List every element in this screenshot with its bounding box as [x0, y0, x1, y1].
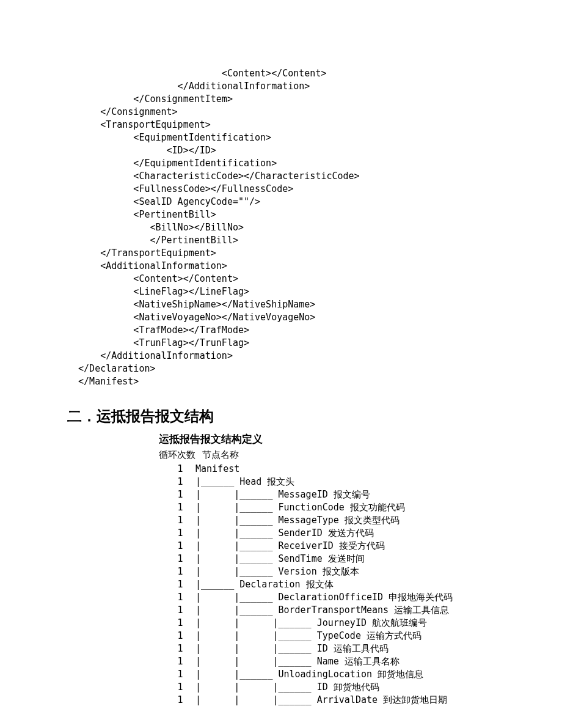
tree-row-node: |______ Declaration 报文体	[195, 579, 334, 590]
tree-row-node: | | |______ ID 卸货地代码	[195, 682, 379, 693]
tree-header-left: 循环次数	[159, 450, 195, 460]
tree-header-right: 节点名称	[202, 450, 239, 460]
tree-row-node: | | |______ ID 运输工具代码	[195, 643, 389, 654]
tree-row: 1Manifest	[165, 463, 495, 476]
tree-row-node: | |______ SenderID 发送方代码	[195, 528, 374, 539]
tree-row: 1| |______ DeclarationOfficeID 申报地海关代码	[165, 591, 495, 604]
tree-row: 1| |______ MessageID 报文编号	[165, 488, 495, 501]
tree-row-node: | |______ UnloadingLocation 卸货地信息	[195, 669, 423, 680]
tree-row: 1| | |______ ID 卸货地代码	[165, 681, 495, 694]
tree-row-node: | | |______ TypeCode 运输方式代码	[195, 630, 422, 641]
tree-row-count: 1	[165, 565, 195, 578]
tree-row-count: 1	[165, 668, 195, 681]
tree-row-node: | | |______ Name 运输工具名称	[195, 656, 400, 667]
tree-row-count: 1	[165, 591, 195, 604]
tree-row: 1| | |______ ArrivalDate 到达卸货地日期	[165, 694, 495, 707]
tree-row-count: 1	[165, 617, 195, 630]
tree-row-count: 1	[165, 553, 195, 565]
tree-row-node: | |______ Version 报文版本	[195, 566, 359, 577]
tree-row-count: 1	[165, 527, 195, 540]
section-title: 二．运抵报告报文结构	[67, 406, 495, 426]
tree-row: 1|______ Head 报文头	[165, 476, 495, 488]
tree-row-count: 1	[165, 488, 195, 501]
tree-row-count: 1	[165, 476, 195, 488]
tree-structure: 1Manifest1|______ Head 报文头1| |______ Mes…	[165, 463, 495, 707]
tree-row: 1| |______ BorderTransportMeans 运输工具信息	[165, 604, 495, 617]
tree-row-count: 1	[165, 501, 195, 514]
tree-row-node: | |______ MessageID 报文编号	[195, 489, 370, 500]
tree-row-node: | |______ FunctionCode 报文功能代码	[195, 502, 405, 513]
tree-header: 循环次数 节点名称	[159, 449, 495, 461]
tree-row-count: 1	[165, 630, 195, 642]
tree-row-count: 1	[165, 604, 195, 617]
tree-row-count: 1	[165, 463, 195, 476]
tree-row: 1| | |______ JourneyID 航次航班编号	[165, 617, 495, 630]
tree-row: 1| |______ SenderID 发送方代码	[165, 527, 495, 540]
tree-row: 1| |______ Version 报文版本	[165, 565, 495, 578]
sub-title: 运抵报告报文结构定义	[159, 432, 495, 446]
tree-row-node: | |______ SendTime 发送时间	[195, 553, 365, 564]
tree-row: 1| |______ UnloadingLocation 卸货地信息	[165, 668, 495, 681]
tree-row-node: | | |______ ArrivalDate 到达卸货地日期	[195, 694, 447, 705]
tree-row: 1| |______ FunctionCode 报文功能代码	[165, 501, 495, 514]
tree-row-count: 1	[165, 655, 195, 668]
tree-row-count: 1	[165, 540, 195, 553]
tree-row-node: |______ Head 报文头	[195, 476, 294, 487]
tree-row: 1|______ Declaration 报文体	[165, 578, 495, 591]
tree-row-node: | |______ ReceiverID 接受方代码	[195, 540, 385, 551]
tree-row-count: 1	[165, 642, 195, 655]
tree-row: 1| |______ MessageType 报文类型代码	[165, 514, 495, 527]
tree-row-count: 1	[165, 578, 195, 591]
tree-row-node: | |______ DeclarationOfficeID 申报地海关代码	[195, 592, 453, 603]
tree-row-node: | |______ BorderTransportMeans 运输工具信息	[195, 605, 449, 616]
tree-row: 1| |______ SendTime 发送时间	[165, 553, 495, 565]
tree-row-node: | |______ MessageType 报文类型代码	[195, 515, 400, 526]
tree-row-node: Manifest	[195, 463, 239, 474]
tree-row-count: 1	[165, 694, 195, 707]
tree-row: 1| | |______ TypeCode 运输方式代码	[165, 630, 495, 642]
tree-row: 1| | |______ ID 运输工具代码	[165, 642, 495, 655]
xml-code-block: <Content></Content> </AdditionalInformat…	[67, 67, 495, 388]
tree-row-count: 1	[165, 514, 195, 527]
tree-row-node: | | |______ JourneyID 航次航班编号	[195, 617, 427, 628]
tree-row: 1| | |______ Name 运输工具名称	[165, 655, 495, 668]
tree-row-count: 1	[165, 681, 195, 694]
tree-row: 1| |______ ReceiverID 接受方代码	[165, 540, 495, 553]
